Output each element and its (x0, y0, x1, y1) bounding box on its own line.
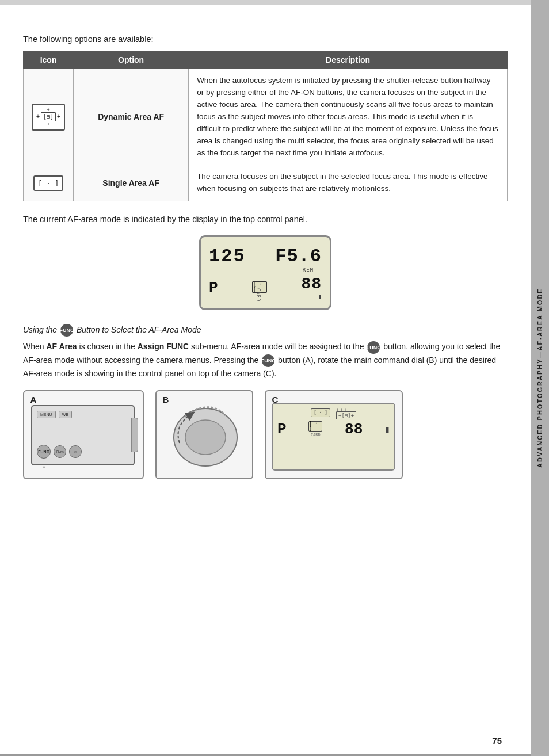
lcd-bottom-row: P [ · ] 88 ▮ (209, 275, 322, 300)
menu-btn: MENU (37, 411, 56, 418)
lcd-c-focus-area: [ · ] CARD (308, 421, 322, 437)
camera-body-a: MENU WB FUNC O-m ☺ ↑ (31, 405, 135, 465)
lcd-c-mode: P (277, 421, 287, 438)
body-assign-func: Assign FUNC (138, 342, 189, 351)
page-wrapper: The following options are available: Ico… (0, 0, 549, 756)
func-badge-body2: FUNC (262, 354, 274, 367)
arrow-up-a: ↑ (41, 463, 47, 475)
wb-btn: WB (59, 411, 72, 418)
options-table: Icon Option Description + +[⊞]+ + (23, 51, 508, 201)
body-part1: When (23, 342, 46, 351)
lcd-mode: P (209, 279, 218, 296)
single-icon-content: [ · ] (38, 180, 59, 188)
single-af-icon: [ · ] (33, 175, 63, 191)
body-paragraph: When AF Area is chosen in the Assign FUN… (23, 340, 508, 380)
diagram-a-label: A (28, 394, 39, 405)
lcd-panel-c: [ · ] + + + +[⊞]+ P [ · ] CARD 88 (272, 403, 395, 471)
right-tab-text: ADVANCED PHOTOGRAPHY—AF-AREA MODE (536, 288, 543, 468)
lcd-c-bottom-row: P [ · ] CARD 88 ▮ (277, 421, 390, 438)
option-cell-single: Single Area AF (74, 165, 189, 201)
lcd-right-section: 88 ▮ (301, 275, 322, 300)
table-row: + +[⊞]+ + Dynamic Area AF When the autof… (24, 69, 508, 165)
dynamic-icon-content: + +[⊞]+ + (36, 107, 60, 127)
dynamic-af-icon: + +[⊞]+ + (32, 104, 65, 131)
intro-text: The following options are available: (23, 35, 508, 44)
page-number: 75 (492, 736, 502, 746)
lcd-c-icons-row: [ · ] + + + +[⊞]+ (277, 407, 390, 418)
diagram-c: C [ · ] + + + +[⊞]+ P [ · ] (265, 390, 403, 479)
dial-svg (162, 403, 249, 475)
lcd-count: 88 (301, 275, 322, 293)
option-cell-dynamic: Dynamic Area AF (74, 69, 189, 165)
extra-button: ☺ (69, 445, 82, 458)
section-italic-before: Using the (23, 325, 59, 334)
func-badge-body1: FUNC (367, 341, 380, 354)
section-italic: Using the FUNC Button to Select the AF-A… (23, 324, 508, 337)
bottom-bar (0, 754, 531, 756)
func-badge-italic: FUNC (60, 324, 73, 337)
table-header-description: Description (189, 51, 508, 69)
lcd-c-card-sm: CARD (311, 433, 321, 437)
camera-top-buttons: MENU WB (37, 411, 72, 418)
svg-point-1 (185, 420, 226, 455)
section-italic-after: Button to Select the AF-Area Mode (77, 325, 201, 334)
icon-cell-dynamic: + +[⊞]+ + (24, 69, 74, 165)
body-part2: is chosen in the (77, 342, 138, 351)
lcd-display-wrapper: 125 F5.6 REM P [ · ] 88 ▮ CAR (23, 235, 508, 310)
table-row: [ · ] Single Area AF The camera focuses … (24, 165, 508, 201)
icon-cell-single: [ · ] (24, 165, 74, 201)
lcd-aperture: F5.6 (275, 246, 322, 267)
lcd-display: 125 F5.6 REM P [ · ] 88 ▮ CAR (199, 235, 331, 310)
lcd-c-focus-icon: [ · ] (308, 421, 322, 432)
lcd-shutter: 125 (209, 246, 246, 267)
lcd-c-plus-icons: + + + +[⊞]+ (336, 407, 356, 418)
current-mode-text: The current AF-area mode is indicated by… (23, 213, 508, 226)
lcd-top-row: 125 F5.6 (209, 246, 322, 267)
desc-cell-single: The camera focuses on the subject in the… (189, 165, 508, 201)
top-bar (0, 0, 531, 5)
lcd-c-battery: ▮ (385, 425, 390, 434)
diagram-a: A MENU WB FUNC O-m ☺ (23, 390, 144, 479)
table-header-option: Option (74, 51, 189, 69)
func-button-a: FUNC (37, 445, 51, 459)
lcd-rem: REM (303, 267, 314, 273)
table-header-icon: Icon (24, 51, 74, 69)
right-sidebar-tab: ADVANCED PHOTOGRAPHY—AF-AREA MODE (531, 0, 549, 756)
camera-bottom-buttons: FUNC O-m ☺ (37, 445, 82, 459)
o-m-button: O-m (54, 445, 66, 458)
body-af-area: AF Area (46, 342, 77, 351)
lcd-c-single-icon: [ · ] (311, 408, 330, 417)
lcd-battery-icon: ▮ (318, 293, 322, 300)
body-part3: sub-menu, AF-area mode will be assigned … (189, 342, 366, 351)
lcd-card-label: CARD (256, 288, 261, 301)
main-content: The following options are available: Ico… (0, 0, 531, 756)
diagram-b: B (155, 390, 253, 479)
camera-grip (131, 418, 138, 452)
desc-cell-dynamic: When the autofocus system is initiated b… (189, 69, 508, 165)
diagrams-row: A MENU WB FUNC O-m ☺ (23, 390, 508, 479)
lcd-c-count: 88 (345, 421, 363, 438)
